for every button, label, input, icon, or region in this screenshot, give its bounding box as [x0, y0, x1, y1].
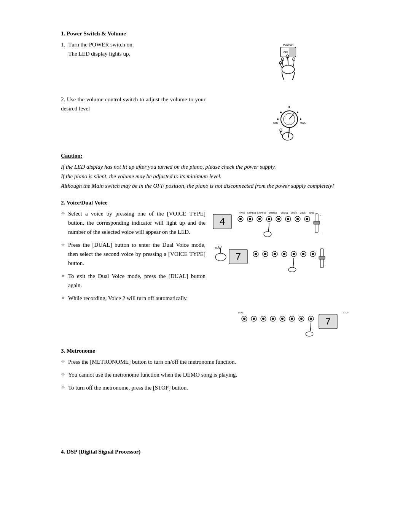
- step1-content: Turn the POWER switch on. The LED displa…: [68, 40, 134, 58]
- svg-point-81: [262, 318, 264, 320]
- page: 1. Power Switch & Volume 1. Turn the POW…: [0, 0, 411, 532]
- svg-text:STOP: STOP: [343, 312, 349, 314]
- section-power: 1. Power Switch & Volume 1. Turn the POW…: [61, 30, 365, 142]
- voice-diagram-row1: 4 PIANO E.PIANO1 E.PIANO2 STRINGS ORGAN …: [213, 211, 323, 239]
- voice-panel-2-icon: DUAL 7: [213, 246, 331, 272]
- voice-panel-3-icon: 7 DUAL STOP: [236, 310, 358, 337]
- voice-bullet4: ✧ While recording, Voice 2 will turn off…: [61, 294, 206, 303]
- svg-text:7: 7: [235, 251, 241, 263]
- svg-point-6: [282, 65, 295, 73]
- svg-point-34: [239, 218, 242, 220]
- svg-point-17: [277, 118, 279, 120]
- svg-point-71: [302, 253, 304, 255]
- volume-diagram-area: MIN MAX: [213, 95, 365, 142]
- svg-text:MAX: MAX: [300, 121, 306, 124]
- bullet-diamond-m2: ✧: [61, 370, 65, 379]
- voice-bullet4-text: While recording, Voice 2 will turn off a…: [68, 294, 188, 303]
- svg-point-73: [312, 253, 314, 255]
- svg-point-66: [283, 253, 285, 255]
- bullet-diamond-1: ✧: [61, 209, 65, 236]
- caution-line3: Although the Main switch may be in the O…: [61, 181, 365, 191]
- svg-point-92: [306, 332, 313, 336]
- section-voice-title: 2. Voice/Dual Voice: [61, 200, 365, 206]
- caution-line1: If the LED display has not lit up after …: [61, 162, 365, 172]
- svg-text:4: 4: [219, 216, 225, 228]
- svg-text:-: -: [320, 231, 320, 233]
- section-metronome-title: 3. Metronome: [61, 348, 365, 354]
- voice-bullet2: ✧ Press the [DUAL] button to enter the D…: [61, 240, 206, 268]
- svg-text:E.PIANO2: E.PIANO2: [257, 212, 266, 214]
- svg-point-42: [277, 218, 280, 220]
- metronome-bullet2: ✧ You cannot use the metronome function …: [61, 370, 365, 379]
- svg-text:ORGAN: ORGAN: [281, 212, 288, 214]
- svg-text:BASS: BASS: [309, 212, 315, 214]
- metronome-bullet3: ✧ To turn off the metronome, press the […: [61, 383, 365, 392]
- svg-point-38: [258, 218, 261, 220]
- voice-bullet1: ✧ Select a voice by pressing one of the …: [61, 209, 206, 236]
- svg-text:DUAL: DUAL: [238, 312, 244, 314]
- svg-point-16: [300, 118, 301, 120]
- bullet-diamond-m1: ✧: [61, 357, 65, 366]
- svg-text:E.PIANO1: E.PIANO1: [247, 212, 256, 214]
- bullet-diamond-m3: ✧: [61, 383, 65, 392]
- svg-point-91: [310, 318, 312, 320]
- voice-bullet1-text: Select a voice by pressing one of the [V…: [68, 209, 206, 236]
- svg-point-49: [264, 232, 271, 237]
- section-metronome: 3. Metronome ✧ Press the [METRONOME] but…: [61, 348, 365, 392]
- svg-text:OFF: OFF: [283, 51, 288, 54]
- step1-sub: The LED display lights up.: [68, 51, 130, 57]
- svg-point-89: [300, 318, 303, 320]
- metronome-bullet1: ✧ Press the [METRONOME] button to turn o…: [61, 357, 365, 366]
- svg-point-40: [268, 218, 270, 220]
- svg-point-79: [253, 318, 255, 320]
- power-step1: 1. Turn the POWER switch on. The LED dis…: [61, 40, 206, 58]
- power-diagram-area: POWER OFF ON: [213, 40, 365, 83]
- metronome-bullet1-text: Press the [METRONOME] button to turn on/…: [68, 357, 236, 366]
- svg-point-36: [249, 218, 251, 220]
- power-switch-icon: POWER OFF ON: [268, 42, 310, 83]
- bullet-diamond-4: ✧: [61, 294, 65, 303]
- svg-point-60: [255, 253, 257, 255]
- svg-point-77: [243, 318, 245, 320]
- svg-rect-75: [319, 256, 325, 259]
- svg-rect-51: [314, 221, 320, 224]
- svg-point-83: [272, 318, 274, 320]
- svg-point-87: [291, 318, 293, 320]
- metronome-bullet2-text: You cannot use the metronome function wh…: [68, 370, 237, 379]
- voice-diagram-row2: DUAL 7: [213, 246, 331, 274]
- svg-text:VIBES: VIBES: [300, 212, 306, 214]
- svg-point-15: [297, 112, 298, 113]
- svg-text:7: 7: [325, 316, 331, 328]
- svg-point-54: [215, 253, 226, 261]
- section-dsp: 4. DSP (Digital Signal Processor): [61, 449, 365, 455]
- section-dsp-title: 4. DSP (Digital Signal Processor): [61, 449, 365, 455]
- svg-text:POWER: POWER: [283, 43, 293, 46]
- svg-point-69: [288, 267, 296, 272]
- svg-text:DUAL: DUAL: [215, 247, 221, 249]
- svg-text:STRINGS: STRINGS: [269, 212, 277, 214]
- bullet-diamond-2: ✧: [61, 240, 65, 268]
- svg-line-19: [289, 113, 294, 119]
- caution-title: Caution:: [61, 153, 365, 159]
- voice-bullet3-text: To exit the Dual Voice mode, press the […: [68, 272, 206, 290]
- voice-bullet3: ✧ To exit the Dual Voice mode, press the…: [61, 272, 206, 290]
- step1-num: 1.: [61, 40, 65, 58]
- volume-knob-icon: MIN MAX: [266, 96, 312, 142]
- svg-text:CHOIR: CHOIR: [291, 212, 297, 214]
- svg-point-62: [264, 253, 266, 255]
- svg-text:+: +: [320, 214, 321, 216]
- section-power-title: 1. Power Switch & Volume: [61, 30, 365, 37]
- metronome-bullet3-text: To turn off the metronome, press the [ST…: [68, 383, 188, 392]
- power-step2: 2. Use the volume control switch to adju…: [61, 95, 206, 113]
- svg-point-48: [306, 218, 308, 220]
- svg-point-44: [287, 218, 289, 220]
- section-voice: 2. Voice/Dual Voice ✧ Select a voice by …: [61, 200, 365, 337]
- caution-line2: If the piano is silent, the volume may b…: [61, 172, 365, 181]
- voice-bullet2-text: Press the [DUAL] button to enter the Dua…: [68, 240, 206, 268]
- svg-text:PIANO: PIANO: [239, 212, 245, 214]
- svg-point-14: [288, 106, 290, 108]
- section-caution: Caution: If the LED display has not lit …: [61, 153, 365, 190]
- bullet-diamond-3: ✧: [61, 272, 65, 290]
- svg-rect-5: [289, 48, 296, 57]
- svg-point-68: [293, 253, 295, 255]
